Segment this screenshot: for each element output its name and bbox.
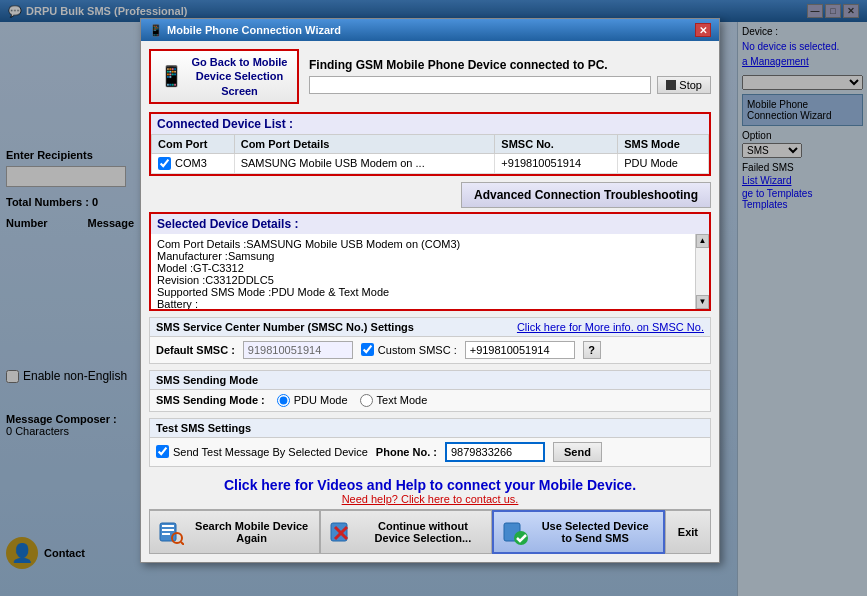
detail-line-4: Supported SMS Mode :PDU Mode & Text Mode [157,286,703,298]
col-smsc: SMSC No. [495,134,618,153]
advanced-row: Advanced Connection Troubleshooting [149,182,711,212]
test-sms-checkbox[interactable] [156,445,169,458]
smsc-header-row: SMS Service Center Number (SMSC No.) Set… [150,318,710,337]
search-again-button[interactable]: Search Mobile Device Again [149,510,320,554]
advanced-button[interactable]: Advanced Connection Troubleshooting [461,182,711,208]
progress-bar [309,76,651,94]
detail-line-5: Battery : [157,298,703,309]
device-details-wrapper: Com Port Details :SAMSUNG Mobile USB Mod… [151,234,709,309]
selected-device-box: Selected Device Details : Com Port Detai… [149,212,711,311]
custom-smsc-label: Custom SMSC : [378,344,457,356]
smsc-settings-section: SMS Service Center Number (SMSC No.) Set… [149,317,711,364]
test-sms-header: Test SMS Settings [150,419,710,438]
dialog-icon: 📱 [149,24,163,37]
exit-label: Exit [678,526,698,538]
pdu-label: PDU Mode [294,394,348,406]
connection-wizard-dialog: 📱 Mobile Phone Connection Wizard ✕ 📱 Go … [140,18,720,563]
detail-line-2: Model :GT-C3312 [157,262,703,274]
smsc-help-button[interactable]: ? [583,341,601,359]
cell-smsc: +919810051914 [495,153,618,173]
custom-smsc-checkbox-label: Custom SMSC : [361,343,457,356]
finding-label: Finding GSM Mobile Phone Device connecte… [309,58,711,72]
text-radio-label: Text Mode [360,394,428,407]
advanced-btn-label: Advanced Connection Troubleshooting [474,188,698,202]
progress-row: Stop [309,76,711,94]
scroll-down-btn[interactable]: ▼ [696,295,709,309]
default-smsc-input[interactable] [243,341,353,359]
continue-without-label: Continue without Device Selection... [363,520,482,544]
send-label: Send [564,446,591,458]
cell-mode: PDU Mode [618,153,709,173]
back-icon: 📱 [159,64,184,88]
details-scrollbar[interactable]: ▲ ▼ [695,234,709,309]
text-radio[interactable] [360,394,373,407]
device-checkbox[interactable] [158,157,171,170]
svg-rect-1 [162,525,174,527]
com-port-value: COM3 [175,157,207,169]
test-sms-label: Send Test Message By Selected Device [173,446,368,458]
connected-device-box: Connected Device List : Com Port Com Por… [149,112,711,176]
pdu-radio-label: PDU Mode [277,394,348,407]
question-icon: ? [588,344,595,356]
continue-icon [329,518,355,546]
detail-line-0: Com Port Details :SAMSUNG Mobile USB Mod… [157,238,703,250]
bottom-buttons-bar: Search Mobile Device Again Continue with… [149,509,711,554]
sms-sending-section: SMS Sending Mode SMS Sending Mode : PDU … [149,370,711,412]
cell-details: SAMSUNG Mobile USB Modem on ... [234,153,495,173]
sms-mode-label: SMS Sending Mode : [156,394,265,406]
help-link[interactable]: Need help? Click here to contact us. [153,493,707,505]
svg-line-5 [181,542,184,545]
stop-label: Stop [679,79,702,91]
dialog-title: Mobile Phone Connection Wizard [167,24,341,36]
device-table: Com Port Com Port Details SMSC No. SMS M… [151,134,709,174]
search-icon [158,518,184,546]
svg-point-10 [514,531,528,545]
col-com-port: Com Port [152,134,235,153]
svg-rect-3 [162,533,170,535]
test-sms-section: Test SMS Settings Send Test Message By S… [149,418,711,467]
cell-com-port: COM3 [152,153,235,173]
test-sms-row: Send Test Message By Selected Device Pho… [150,438,710,466]
detail-line-3: Revision :C3312DDLC5 [157,274,703,286]
custom-smsc-checkbox[interactable] [361,343,374,356]
sms-sending-row: SMS Sending Mode : PDU Mode Text Mode [150,390,710,411]
stop-icon [666,80,676,90]
back-button[interactable]: 📱 Go Back to Mobile Device Selection Scr… [149,49,299,104]
svg-rect-2 [162,529,174,531]
phone-no-label: Phone No. : [376,446,437,458]
col-details: Com Port Details [234,134,495,153]
detail-line-1: Manufacturer :Samsung [157,250,703,262]
videos-section: Click here for Videos and Help to connec… [149,473,711,509]
stop-button[interactable]: Stop [657,76,711,94]
use-selected-device-button[interactable]: Use Selected Device to Send SMS [492,510,665,554]
use-device-label: Use Selected Device to Send SMS [536,520,655,544]
device-details-content: Com Port Details :SAMSUNG Mobile USB Mod… [151,234,709,309]
smsc-header-text: SMS Service Center Number (SMSC No.) Set… [156,321,414,333]
top-section: 📱 Go Back to Mobile Device Selection Scr… [149,49,711,104]
smsc-info-link[interactable]: Click here for More info. on SMSC No. [517,321,704,333]
use-device-icon [502,518,528,546]
phone-input[interactable] [445,442,545,462]
smsc-row: Default SMSC : Custom SMSC : ? [150,337,710,363]
continue-without-button[interactable]: Continue without Device Selection... [320,510,491,554]
scroll-up-btn[interactable]: ▲ [696,234,709,248]
dialog-titlebar: 📱 Mobile Phone Connection Wizard ✕ [141,19,719,41]
connected-device-header: Connected Device List : [151,114,709,134]
search-again-label: Search Mobile Device Again [192,520,311,544]
sms-sending-header: SMS Sending Mode [150,371,710,390]
text-label: Text Mode [377,394,428,406]
test-sms-checkbox-label: Send Test Message By Selected Device [156,445,368,458]
dialog-close-button[interactable]: ✕ [695,23,711,37]
table-row[interactable]: COM3 SAMSUNG Mobile USB Modem on ... +91… [152,153,709,173]
videos-link[interactable]: Click here for Videos and Help to connec… [153,477,707,493]
pdu-radio[interactable] [277,394,290,407]
finding-section: Finding GSM Mobile Phone Device connecte… [309,58,711,94]
custom-smsc-input[interactable] [465,341,575,359]
selected-device-header: Selected Device Details : [151,214,709,234]
exit-button[interactable]: Exit [665,510,711,554]
send-button[interactable]: Send [553,442,602,462]
col-mode: SMS Mode [618,134,709,153]
back-button-text: Go Back to Mobile Device Selection Scree… [190,55,289,98]
default-smsc-label: Default SMSC : [156,344,235,356]
scroll-track [696,248,709,295]
